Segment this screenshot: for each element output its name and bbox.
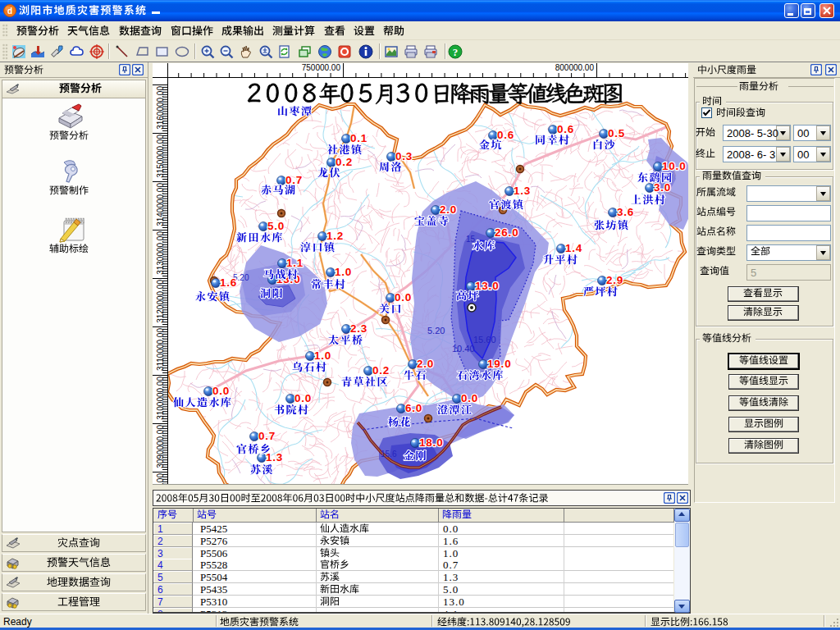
svg-text:?: ?: [453, 46, 459, 58]
svg-text:19.0: 19.0: [487, 358, 511, 370]
svg-text:13.0: 13.0: [475, 280, 499, 292]
svg-text:10.40: 10.40: [452, 344, 475, 354]
svg-text:15.6: 15.6: [381, 450, 397, 459]
svg-text:3.6: 3.6: [617, 206, 634, 218]
svg-text:0.0: 0.0: [212, 385, 230, 397]
svg-text:0.7: 0.7: [258, 430, 276, 442]
svg-text:1.6: 1.6: [220, 276, 237, 289]
svg-text:0.0: 0.0: [294, 392, 312, 404]
svg-text:0.3: 0.3: [395, 150, 413, 162]
svg-text:1.4: 1.4: [565, 242, 582, 254]
svg-text:1.3: 1.3: [514, 185, 531, 197]
svg-text:1.0: 1.0: [335, 266, 352, 278]
svg-text:18.0: 18.0: [419, 436, 443, 449]
svg-text:5.20: 5.20: [427, 326, 445, 336]
svg-text:0.2: 0.2: [372, 364, 390, 377]
svg-text:0.5: 0.5: [608, 127, 625, 139]
svg-text:2.3: 2.3: [350, 322, 368, 335]
svg-text:800000.00: 800000.00: [555, 63, 595, 72]
svg-text:0.1: 0.1: [350, 132, 368, 144]
svg-text:1.2: 1.2: [326, 230, 344, 242]
svg-text:0.0: 0.0: [395, 291, 412, 304]
svg-text:0.6: 0.6: [557, 123, 574, 135]
svg-text:6.0: 6.0: [405, 402, 422, 414]
svg-text:15.60: 15.60: [473, 335, 496, 345]
svg-text:1.3: 1.3: [266, 451, 283, 463]
svg-text:1.0: 1.0: [314, 349, 331, 362]
svg-text:2.0: 2.0: [417, 358, 434, 370]
svg-text:0.6: 0.6: [497, 129, 514, 141]
svg-text:0.2: 0.2: [336, 156, 353, 168]
svg-text:1.1: 1.1: [286, 257, 304, 269]
svg-text:2.9: 2.9: [606, 274, 623, 286]
svg-text:0.0: 0.0: [461, 392, 478, 404]
svg-text:5.0: 5.0: [267, 220, 285, 232]
svg-text:750000.00: 750000.00: [302, 63, 341, 72]
svg-text:15: 15: [466, 235, 476, 244]
svg-text:10.0: 10.0: [662, 160, 686, 172]
svg-text:2.0: 2.0: [440, 203, 457, 216]
svg-text:26.0: 26.0: [495, 226, 518, 239]
svg-text:d: d: [7, 7, 12, 16]
